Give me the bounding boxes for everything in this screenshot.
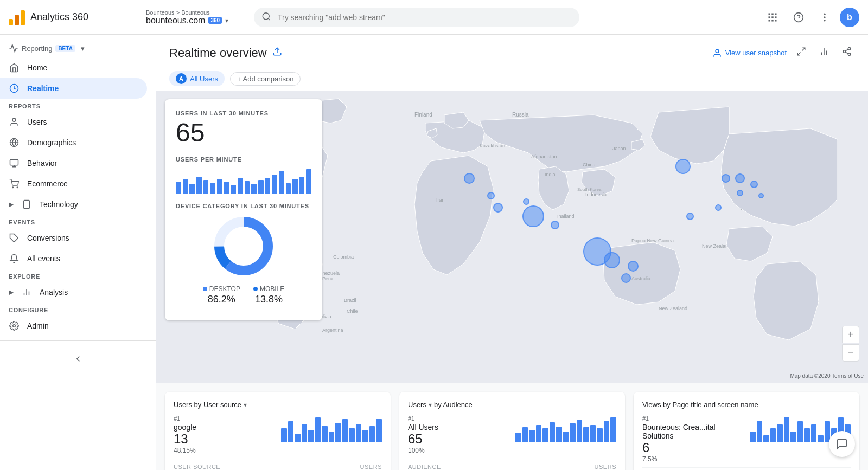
bar <box>258 180 264 194</box>
explore-section-label: EXPLORE <box>0 269 156 282</box>
sidebar-item-conversions[interactable]: Conversions <box>0 228 147 248</box>
sidebar-item-ecommerce[interactable]: Ecommerce <box>0 173 147 194</box>
mini-bar <box>322 426 328 442</box>
property-dropdown-icon[interactable]: ▾ <box>225 17 228 24</box>
sidebar-item-label-demographics: Demographics <box>27 138 138 147</box>
admin-icon <box>9 321 20 331</box>
card3-content: #1 Bounteous: Crea...ital Solutions 6 7.… <box>642 415 851 463</box>
svg-point-13 <box>824 13 825 15</box>
svg-text:Japan: Japan <box>612 146 626 151</box>
map-attribution: Map data ©2020 Terms of Use <box>790 373 864 379</box>
mini-bar <box>522 427 528 442</box>
bottom-cards: Users by User source ▾ #1 google 13 48.1… <box>156 383 868 470</box>
card2-name: All Users <box>408 423 509 432</box>
bar <box>183 179 188 194</box>
apps-button[interactable] <box>762 7 783 28</box>
search-wrapper <box>254 8 579 27</box>
reporting-dropdown-icon: ▾ <box>81 44 85 53</box>
sidebar-item-users[interactable]: Users <box>0 112 147 132</box>
sidebar-item-admin[interactable]: Admin <box>0 316 147 336</box>
card1-dropdown-icon[interactable]: ▾ <box>244 401 247 409</box>
svg-text:India: India <box>545 172 556 177</box>
svg-text:South Korea: South Korea <box>577 187 602 192</box>
sidebar-item-allevents[interactable]: All events <box>0 248 147 269</box>
feedback-button[interactable] <box>829 431 855 457</box>
card2-footer-right: USERS <box>595 463 616 470</box>
sidebar-item-label-admin: Admin <box>27 321 138 330</box>
realtime-title: Realtime overview <box>169 46 267 60</box>
stats-card: USERS IN LAST 30 MINUTES 65 USERS PER MI… <box>165 99 322 320</box>
mini-bar <box>597 428 603 442</box>
svg-text:Russia: Russia <box>512 112 529 118</box>
desktop-legend: DESKTOP 86.2% <box>203 285 240 305</box>
bar <box>279 171 284 194</box>
mini-bar <box>302 424 308 442</box>
svg-rect-9 <box>771 20 773 21</box>
reporting-menu[interactable]: Reporting BETA ▾ <box>0 35 156 57</box>
mini-bar <box>590 425 596 442</box>
mini-bar <box>288 421 294 442</box>
bar <box>203 180 209 194</box>
property-selector[interactable]: bounteous.com 360 ▾ <box>146 16 245 25</box>
view-snapshot-button[interactable]: View user snapshot <box>712 48 787 58</box>
export-icon[interactable] <box>272 47 282 59</box>
svg-point-33 <box>716 49 719 53</box>
top-header: Analytics 360 Bounteous > Bounteous boun… <box>0 0 868 35</box>
sidebar-item-demographics[interactable]: Demographics <box>0 132 147 153</box>
share-button[interactable] <box>839 43 855 62</box>
svg-text:Indonesia: Indonesia <box>585 192 607 197</box>
map-zoom-controls: + − <box>842 326 859 362</box>
search-icon <box>261 11 271 23</box>
chart-settings-button[interactable] <box>816 43 832 62</box>
zoom-out-button[interactable]: − <box>842 344 859 362</box>
mobile-label: MOBILE <box>260 285 284 293</box>
card3-number: 6 <box>642 440 743 455</box>
svg-text:China: China <box>583 162 596 168</box>
breadcrumb-area: Bounteous > Bounteous bounteous.com 360 … <box>137 9 245 25</box>
user-avatar[interactable]: b <box>840 8 859 27</box>
bar <box>238 178 243 194</box>
users-30min-label: USERS IN LAST 30 MINUTES <box>176 110 311 117</box>
demographics-icon <box>9 138 20 147</box>
card2-dropdown-icon[interactable]: ▾ <box>429 401 432 409</box>
sidebar-item-label-allevents: All events <box>27 254 138 263</box>
sidebar-item-realtime[interactable]: Realtime <box>0 78 147 99</box>
fullscreen-button[interactable] <box>793 43 809 62</box>
mini-bar <box>757 421 763 442</box>
bar <box>265 178 271 194</box>
mini-bar <box>342 419 348 442</box>
all-users-chip[interactable]: A All Users <box>169 71 225 86</box>
svg-rect-7 <box>775 16 776 18</box>
svg-text:Iran: Iran <box>436 197 445 203</box>
property-badge: 360 <box>208 17 222 24</box>
bar <box>286 183 291 194</box>
svg-line-1 <box>268 18 270 20</box>
svg-rect-6 <box>771 16 773 18</box>
bar <box>224 182 229 194</box>
card3-rank: #1 <box>642 415 743 422</box>
sidebar-item-home[interactable]: Home <box>0 57 147 78</box>
card1-name: google <box>174 423 275 432</box>
add-comparison-button[interactable]: + Add comparison <box>230 72 301 86</box>
card3-percent: 7.5% <box>642 455 743 463</box>
search-input[interactable] <box>254 8 579 27</box>
more-button[interactable] <box>814 7 835 28</box>
svg-rect-20 <box>10 159 18 165</box>
svg-point-15 <box>824 20 825 21</box>
sidebar-item-behavior[interactable]: Behavior <box>0 153 147 173</box>
sidebar-item-analysis[interactable]: ▶ Analysis <box>0 282 147 302</box>
sidebar-item-technology[interactable]: ▶ Technology <box>0 194 147 215</box>
conversions-icon <box>9 233 20 243</box>
help-button[interactable] <box>788 7 809 28</box>
bar <box>210 183 215 194</box>
mini-bar <box>335 423 341 442</box>
card1-footer-right: USERS <box>360 463 382 470</box>
users-per-min-label: USERS PER MINUTE <box>176 156 311 163</box>
ecommerce-icon <box>9 179 20 189</box>
sidebar-collapse-button[interactable] <box>9 350 147 368</box>
zoom-in-button[interactable]: + <box>842 326 859 343</box>
card1-rank: #1 <box>174 415 275 422</box>
mini-bar <box>376 419 382 442</box>
bar <box>189 184 195 194</box>
breadcrumb-parent: Bounteous > Bounteous <box>146 9 245 16</box>
